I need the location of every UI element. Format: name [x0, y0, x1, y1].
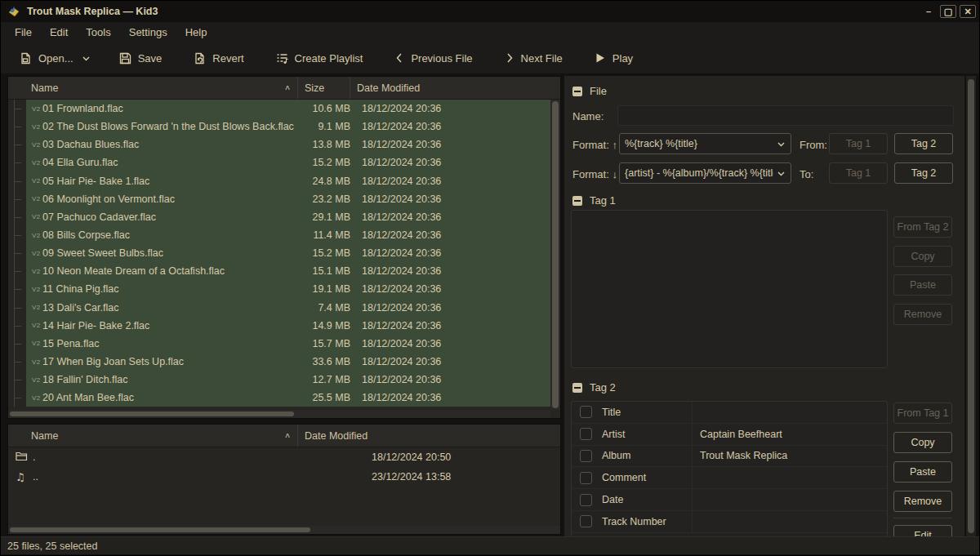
from-tag1-button[interactable]: Tag 1 [829, 133, 888, 154]
field-value[interactable] [692, 402, 887, 423]
file-size: 19.1 MB [304, 283, 356, 295]
file-list-vertical-scrollbar[interactable] [550, 100, 560, 410]
directory-list-panel: Name ∧ Date Modified .18/12/2024 20:50♫.… [7, 424, 561, 535]
file-list-horizontal-scrollbar[interactable] [8, 410, 550, 418]
open-button[interactable]: Open... [12, 47, 80, 69]
field-checkbox[interactable] [580, 428, 592, 440]
menu-item-tools[interactable]: Tools [77, 24, 119, 41]
file-row[interactable]: V202 The Dust Blows Forward 'n the Dust … [8, 118, 550, 136]
maximize-button[interactable]: ▢ [940, 5, 956, 18]
file-row[interactable]: V215 Pena.flac15.7 MB18/12/2024 20:36 [8, 335, 550, 353]
file-row[interactable]: V209 Sweet Sweet Bulbs.flac15.2 MB18/12/… [8, 244, 550, 262]
from-tag2-button[interactable]: Tag 2 [894, 133, 953, 154]
menu-item-help[interactable]: Help [176, 24, 216, 41]
to-tag2-button[interactable]: Tag 2 [894, 162, 953, 184]
file-row[interactable]: V210 Neon Meate Dream of a Octafish.flac… [8, 262, 550, 280]
save-button[interactable]: Save [112, 47, 169, 69]
minimize-button[interactable]: – [920, 5, 937, 18]
column-header-size[interactable]: Size [297, 77, 350, 99]
format-to-filename-combobox[interactable]: {artist} - %{album}/%{track} %{title} [619, 162, 791, 184]
close-button[interactable]: ✕ [960, 5, 976, 18]
file-row[interactable]: V204 Ella Guru.flac15.2 MB18/12/2024 20:… [8, 153, 550, 171]
file-row[interactable]: V206 Moonlight on Vermont.flac23.2 MB18/… [8, 190, 550, 208]
tag2-field-row[interactable]: Title [572, 402, 887, 424]
play-button[interactable]: Play [587, 47, 639, 69]
tag-editor-vertical-scrollbar[interactable] [966, 76, 976, 538]
file-row[interactable]: V217 When Big Joan Sets Up.flac33.6 MB18… [8, 353, 550, 371]
open-dropdown-button[interactable] [78, 50, 94, 67]
column-header-name[interactable]: Name ∧ [8, 77, 297, 99]
directory-rows: .18/12/2024 20:50♫..23/12/2024 13:58 [8, 447, 560, 526]
field-value[interactable]: Trout Mask Replica [692, 446, 887, 467]
collapse-icon[interactable] [572, 87, 582, 96]
create-playlist-button[interactable]: Create Playlist [269, 47, 370, 69]
tag2-section-header[interactable]: Tag 2 [572, 381, 616, 394]
file-size: 23.2 MB [304, 193, 356, 205]
file-name: 09 Sweet Sweet Bulbs.flac [42, 247, 304, 259]
field-checkbox[interactable] [580, 406, 592, 418]
remove-button[interactable]: Remove [893, 304, 952, 325]
remove-button[interactable]: Remove [893, 491, 952, 512]
filename-input[interactable] [617, 105, 954, 126]
file-row[interactable]: V207 Pachuco Cadaver.flac29.1 MB18/12/20… [8, 208, 550, 226]
column-header-date[interactable]: Date Modified [350, 77, 560, 99]
file-row[interactable]: V203 Dachau Blues.flac13.8 MB18/12/2024 … [8, 136, 550, 153]
field-value[interactable] [692, 467, 887, 488]
next-file-button[interactable]: Next File [497, 48, 569, 69]
file-row[interactable]: V214 Hair Pie- Bake 2.flac14.9 MB18/12/2… [8, 317, 550, 335]
field-value[interactable] [692, 489, 887, 510]
file-row[interactable]: V218 Fallin' Ditch.flac12.7 MB18/12/2024… [8, 371, 550, 389]
tag2-field-row[interactable]: AlbumTrout Mask Replica [572, 446, 887, 468]
tag-v2-badge: V2 [26, 141, 42, 149]
directory-horizontal-scrollbar[interactable] [8, 526, 560, 534]
dir-column-header-name[interactable]: Name ∧ [8, 425, 297, 447]
file-row[interactable]: V208 Bills Corpse.flac11.4 MB18/12/2024 … [8, 226, 550, 244]
field-checkbox[interactable] [580, 472, 592, 484]
dir-column-header-date[interactable]: Date Modified [297, 425, 560, 447]
directory-row[interactable]: .18/12/2024 20:50 [8, 447, 560, 467]
from-tag-1-button[interactable]: From Tag 1 [893, 403, 952, 424]
file-row[interactable]: V201 Frownland.flac10.6 MB18/12/2024 20:… [8, 100, 550, 118]
menu-item-edit[interactable]: Edit [41, 24, 77, 41]
chevron-down-icon [777, 140, 786, 149]
file-row[interactable]: V211 China Pig.flac19.1 MB18/12/2024 20:… [8, 280, 550, 298]
file-row[interactable]: V213 Dali's Car.flac7.4 MB18/12/2024 20:… [8, 299, 550, 317]
format-down-label: Format: ↓ [572, 168, 617, 180]
directory-row[interactable]: ♫..23/12/2024 13:58 [8, 467, 560, 487]
field-value[interactable] [692, 511, 887, 532]
paste-button[interactable]: Paste [893, 461, 952, 483]
file-date: 18/12/2024 20:36 [356, 157, 550, 168]
field-checkbox[interactable] [580, 494, 592, 506]
file-list-header: Name ∧ Size Date Modified [8, 77, 560, 100]
tag-v2-badge: V2 [26, 376, 42, 384]
field-label: Artist [602, 429, 692, 440]
collapse-icon[interactable] [572, 383, 582, 393]
to-tag1-button[interactable]: Tag 1 [829, 162, 888, 184]
previous-file-button[interactable]: Previous File [387, 48, 479, 69]
copy-button[interactable]: Copy [893, 246, 952, 267]
paste-button[interactable]: Paste [893, 274, 952, 296]
file-size: 10.6 MB [304, 103, 356, 114]
tag1-section-header[interactable]: Tag 1 [572, 194, 616, 207]
copy-button[interactable]: Copy [893, 432, 952, 453]
from-tag-2-button[interactable]: From Tag 2 [893, 216, 952, 238]
title-bar: Trout Mask Replica — Kid3 – ▢ ✕ [1, 1, 980, 22]
field-checkbox[interactable] [580, 515, 592, 527]
field-value[interactable]: Captain Beefheart [692, 424, 887, 445]
file-name: 20 Ant Man Bee.flac [42, 392, 304, 403]
tag2-field-row[interactable]: Date [572, 489, 887, 511]
collapse-icon[interactable] [572, 196, 582, 206]
tag2-field-row[interactable]: Comment [572, 467, 887, 489]
field-checkbox[interactable] [580, 450, 592, 462]
tag-v2-badge: V2 [26, 394, 42, 402]
menu-item-file[interactable]: File [6, 24, 41, 41]
file-row[interactable]: V220 Ant Man Bee.flac25.5 MB18/12/2024 2… [8, 389, 550, 407]
tag-v2-badge: V2 [26, 213, 42, 220]
file-row[interactable]: V205 Hair Pie- Bake 1.flac24.8 MB18/12/2… [8, 172, 550, 190]
tag2-field-row[interactable]: Track Number [572, 511, 887, 533]
file-section-header[interactable]: File [572, 85, 607, 97]
menu-item-settings[interactable]: Settings [120, 24, 176, 41]
tag2-field-row[interactable]: ArtistCaptain Beefheart [572, 424, 887, 446]
revert-button[interactable]: Revert [186, 47, 250, 69]
format-from-filename-combobox[interactable]: %{track} %{title} [619, 133, 791, 154]
